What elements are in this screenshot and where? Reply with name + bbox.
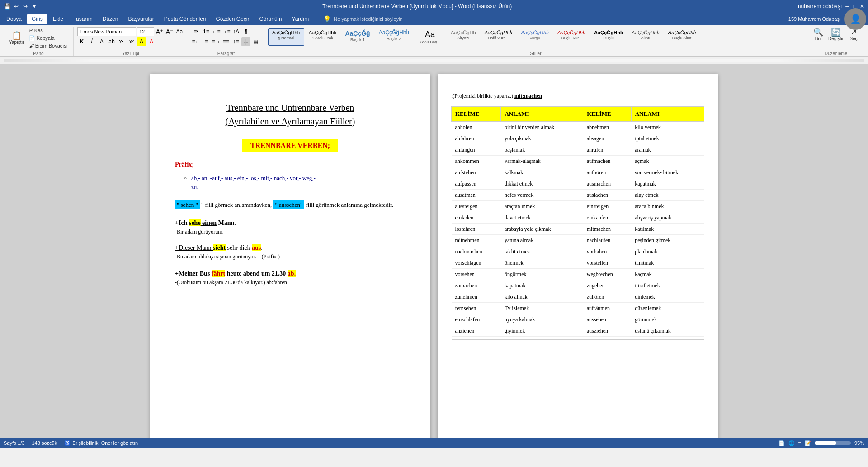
bold-button[interactable]: K xyxy=(77,37,86,46)
menu-gorunum[interactable]: Görünüm xyxy=(255,14,287,24)
save-icon[interactable]: 💾 xyxy=(4,3,11,10)
table-cell: itiraf etmek xyxy=(631,280,704,291)
style-quote[interactable]: AaÇçĞğHhİı Alıntı xyxy=(627,28,664,46)
view-print-icon[interactable]: 📄 xyxy=(778,440,785,446)
profile-picture[interactable]: 👤 xyxy=(844,8,866,30)
shrink-font-button[interactable]: A⁻ xyxy=(165,27,174,36)
underline-button[interactable]: A xyxy=(97,37,106,46)
doc-title-line1: Trennbare und Untrennbare Verben xyxy=(175,101,406,114)
highlight-button[interactable]: A xyxy=(137,37,146,46)
table-cell: araca binmek xyxy=(631,200,704,212)
subscript-button[interactable]: x₂ xyxy=(117,37,126,46)
paste-button[interactable]: 📋 Yapıştır xyxy=(7,31,26,46)
table-cell: varmak-ulaşmak xyxy=(501,155,583,167)
borders-button[interactable]: ▦ xyxy=(251,37,260,46)
italic-button[interactable]: İ xyxy=(87,37,96,46)
grow-font-button[interactable]: A⁺ xyxy=(155,27,164,36)
sort-button[interactable]: ↕A xyxy=(231,27,241,36)
format-painter-button[interactable]: 🖌 Biçim Boyacısı xyxy=(27,43,70,49)
menu-gozden[interactable]: Gözden Geçir xyxy=(211,14,254,24)
style-title[interactable]: Aa Konu Baş... xyxy=(414,28,446,46)
menu-yardim[interactable]: Yardım xyxy=(288,14,314,24)
find-button[interactable]: 🔍 Bul xyxy=(811,27,826,42)
font-size-input[interactable] xyxy=(137,27,154,36)
table-row: zunehmenkilo almakzuhörendinlemek xyxy=(452,291,704,302)
justify-button[interactable]: ≡≡ xyxy=(222,37,231,46)
table-cell: taklit etmek xyxy=(501,246,583,257)
doc-title-line2: (Ayrılabilen ve Ayrılamayan Fiiller) xyxy=(175,114,406,128)
table-cell xyxy=(501,336,583,339)
table-row: ankommenvarmak-ulaşmakaufmachenaçmak xyxy=(452,155,704,167)
undo-icon[interactable]: ↩ xyxy=(13,3,20,10)
table-cell: ausmachen xyxy=(583,178,632,189)
table-cell: aufpassen xyxy=(452,178,501,189)
quick-access-toolbar: 💾 ↩ ↪ ▾ xyxy=(4,3,38,10)
style-intense-quote[interactable]: AaÇçĞğHhİı Güçlü Alıntı xyxy=(664,28,700,46)
font-name-input[interactable] xyxy=(77,27,136,36)
style-no-spacing[interactable]: AaÇçĞğHhİı 1 Aralık Yok xyxy=(305,28,341,46)
font-color-button[interactable]: A xyxy=(147,37,156,46)
copy-button[interactable]: 📄 Kopyala xyxy=(27,35,70,42)
col-header-anlami2: ANLAMI xyxy=(631,107,704,122)
style-subtle-emphasis-label: Hafif Vurg... xyxy=(488,36,509,40)
page-2[interactable]: :(Projemizi birlikte yaparız.) mit:mache… xyxy=(438,74,718,438)
table-cell: yola çıkmak xyxy=(501,133,583,144)
bullets-button[interactable]: ≡• xyxy=(192,27,201,36)
view-outline-icon[interactable]: ≡ xyxy=(798,440,801,446)
align-center-button[interactable]: ≡ xyxy=(202,37,211,46)
style-heading1[interactable]: AaÇçĞğ Başlık 1 xyxy=(341,28,374,46)
replace-button[interactable]: 🔄 Değiştir xyxy=(826,27,845,42)
table-cell: zumachen xyxy=(452,280,501,291)
zoom-bar[interactable] xyxy=(815,441,851,445)
menu-basvurular[interactable]: Başvurular xyxy=(123,14,158,24)
menu-posta[interactable]: Posta Gönderileri xyxy=(160,14,211,24)
increase-indent-button[interactable]: →≡ xyxy=(222,27,231,36)
example-3: +Meiner Bus fährt heute abend um 21.30 a… xyxy=(175,269,406,286)
cut-button[interactable]: ✂ Kes xyxy=(27,27,70,34)
menu-ekle[interactable]: Ekle xyxy=(48,14,68,24)
style-emphasis[interactable]: AaÇçĞğHhİı Vurgu xyxy=(517,28,553,46)
redo-icon[interactable]: ↪ xyxy=(22,3,29,10)
strikethrough-button[interactable]: ab xyxy=(107,37,116,46)
style-strong[interactable]: AaÇçĞğHhİı Güçlü xyxy=(590,28,627,46)
menu-dosya[interactable]: Dosya xyxy=(2,14,26,24)
customize-icon[interactable]: ▾ xyxy=(31,3,38,10)
style-heading2[interactable]: AaÇçĞğHhİı Başlık 2 xyxy=(375,28,413,46)
style-no-spacing-preview: AaÇçĞğHhİı xyxy=(309,29,337,36)
align-right-button[interactable]: ≡→ xyxy=(212,37,221,46)
menu-tasarim[interactable]: Tasarım xyxy=(69,14,97,24)
table-cell: abfahren xyxy=(452,133,501,144)
table-row: anfangenbaşlamakanrufenaramak xyxy=(452,144,704,155)
table-row: einschlafenuyuya kalmakaussehengörünmek xyxy=(452,314,704,325)
prefix-list-text: ab,- an, -auf,- aus,- ein,- los,- mit,- … xyxy=(191,175,316,181)
numbering-button[interactable]: 1≡ xyxy=(202,27,211,36)
page-1[interactable]: Trennbare und Untrennbare Verben (Ayrıla… xyxy=(150,74,430,438)
menu-duzen[interactable]: Düzen xyxy=(98,14,123,24)
table-row: abholenbirini bir yerden almakabnehmenki… xyxy=(452,121,704,133)
table-cell: abnehmen xyxy=(583,121,632,133)
word-count: 148 sözcük xyxy=(32,440,57,446)
clear-format-button[interactable]: Aa xyxy=(175,27,184,36)
superscript-button[interactable]: x² xyxy=(127,37,136,46)
show-marks-button[interactable]: ¶ xyxy=(241,27,250,36)
col-header-anlami1: ANLAMI xyxy=(501,107,583,122)
select-button[interactable]: ↗ Seç xyxy=(846,27,861,42)
menu-giris[interactable]: Giriş xyxy=(27,14,47,24)
shading-button[interactable]: ░ xyxy=(241,37,250,46)
paragraph-label: Paragraf xyxy=(192,50,260,56)
style-title-preview: Aa xyxy=(425,29,435,40)
table-cell: son vermek- bitmek xyxy=(631,167,704,178)
style-no-spacing-label: 1 Aralık Yok xyxy=(312,36,333,40)
line-spacing-button[interactable]: ↕≡ xyxy=(231,37,241,46)
style-subtle-emphasis[interactable]: AaÇçĞğHhİı Hafif Vurg... xyxy=(481,28,517,46)
table-cell: araçtan inmek xyxy=(501,200,583,212)
align-left-button[interactable]: ≡← xyxy=(192,37,201,46)
view-web-icon[interactable]: 🌐 xyxy=(788,440,795,446)
table-row: losfahrenarabayla yola çıkmakmitmachenka… xyxy=(452,223,704,234)
decrease-indent-button[interactable]: ←≡ xyxy=(212,27,221,36)
view-draft-icon[interactable]: 📝 xyxy=(805,440,811,446)
style-intense-emphasis[interactable]: AaÇçĞğHhİı Güçlü Vur... xyxy=(553,28,590,46)
style-normal[interactable]: AaÇçĞğHhİı ¶ Normal xyxy=(268,28,304,46)
table-cell: açmak xyxy=(631,155,704,167)
style-subtitle[interactable]: AaÇçĞğHh Altyazı xyxy=(447,28,480,46)
